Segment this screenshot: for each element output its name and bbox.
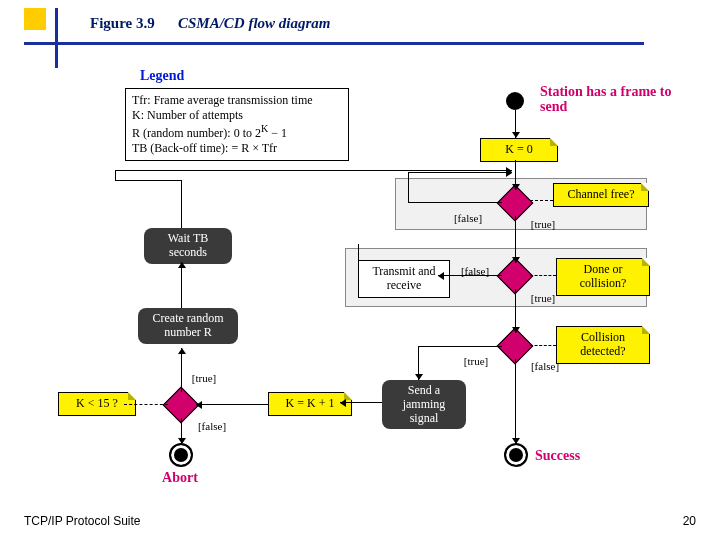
figure-caption: CSMA/CD flow diagram — [178, 15, 331, 32]
success-label: Success — [535, 448, 605, 464]
decision-k-lt-15 — [168, 392, 194, 418]
cd-true-v — [418, 346, 419, 380]
legend-r-line: R (random number): 0 to 2K − 1 — [132, 123, 342, 141]
jam-to-kinc — [340, 402, 382, 403]
slide-underline — [24, 42, 644, 45]
legend-k: K: Number of attempts — [132, 108, 342, 123]
branch-false-cf: [false] — [448, 212, 488, 224]
rand-to-wait — [181, 262, 182, 308]
arrow-dc-cd — [515, 289, 516, 333]
k15-false-abort — [181, 418, 182, 444]
legend-title: Legend — [140, 68, 184, 84]
done-collision-label: Done or collision? — [556, 258, 650, 296]
dash-done-collision — [530, 275, 556, 276]
arrow-cd-success — [515, 359, 516, 444]
dash-k-lt-15 — [124, 404, 168, 405]
start-label: Station has a frame to send — [540, 84, 690, 115]
cf-false-reenter — [408, 172, 512, 173]
arrow-cf-dc — [515, 216, 516, 263]
slide-bullet-square — [24, 8, 46, 30]
cf-false-h — [408, 202, 502, 203]
slide-vertical-rule — [55, 8, 58, 68]
legend-tfr: Tfr: Frame average transmission time — [132, 93, 342, 108]
wait-up-v — [181, 180, 182, 228]
wait-left-h — [115, 180, 181, 181]
dash-collision-detected — [530, 345, 556, 346]
wait-reenter-h — [115, 170, 512, 171]
footer-left: TCP/IP Protocol Suite — [24, 514, 141, 528]
dash-channel-free — [530, 200, 553, 201]
footer-right: 20 — [683, 514, 696, 528]
branch-true-cf: [true] — [525, 218, 561, 230]
legend-box: Tfr: Frame average transmission time K: … — [125, 88, 349, 161]
collision-detected-label: Collision detected? — [556, 326, 650, 364]
branch-true-cd: [true] — [458, 355, 494, 367]
cf-false-v — [408, 172, 409, 202]
tx-up-v — [358, 244, 359, 264]
branch-false-k15: [false] — [192, 420, 232, 432]
kinc-to-k15 — [196, 404, 268, 405]
cd-true-h — [418, 346, 502, 347]
abort-label: Abort — [150, 470, 210, 486]
figure-number: Figure 3.9 — [90, 15, 155, 32]
start-node — [506, 92, 524, 110]
channel-free-label: Channel free? — [553, 183, 649, 207]
k15-true-to-rand — [181, 348, 182, 392]
send-jamming-box: Send a jamming signal — [382, 380, 466, 429]
legend-tb: TB (Back-off time): = R × Tfr — [132, 141, 342, 156]
branch-true-dc: [true] — [525, 292, 561, 304]
create-random-box: Create random number R — [138, 308, 238, 344]
branch-false-cd: [false] — [525, 360, 565, 372]
branch-true-k15: [true] — [186, 372, 222, 384]
arrow-start-kinit — [515, 110, 516, 138]
wait-tb-box: Wait TB seconds — [144, 228, 232, 264]
dc-false-to-tx — [438, 275, 502, 276]
wait-up2-v — [115, 170, 116, 180]
